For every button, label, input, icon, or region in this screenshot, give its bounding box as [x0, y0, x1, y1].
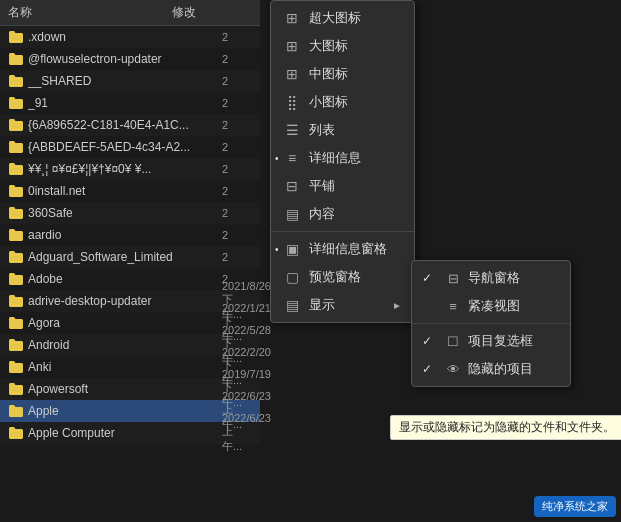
grid-small-icon: ⊞	[283, 65, 301, 83]
item-name: Apple Computer	[28, 426, 222, 440]
item-name: adrive-desktop-updater	[28, 294, 222, 308]
item-name: Apple	[28, 404, 222, 418]
list-item[interactable]: _91 2	[0, 92, 260, 114]
folder-icon	[8, 117, 24, 133]
nav-pane-icon: ⊟	[444, 269, 462, 287]
item-name: ¥¥¸¦ ¤¥¤£¥¦|¥†¥¤0¥ ¥...	[28, 162, 222, 176]
folder-icon	[8, 315, 24, 331]
menu-items-container: ⊞ 超大图标 ⊞ 大图标 ⊞ 中图标 ⣿ 小图标 ☰ 列表 ≡ 详细信息 ⊟ 平…	[271, 4, 414, 319]
list-item[interactable]: Apowersoft 2019/7/19 下午...	[0, 378, 260, 400]
list-item[interactable]: {ABBDEAEF-5AED-4c34-A2... 2	[0, 136, 260, 158]
context-menu[interactable]: ⊞ 超大图标 ⊞ 大图标 ⊞ 中图标 ⣿ 小图标 ☰ 列表 ≡ 详细信息 ⊟ 平…	[270, 0, 415, 323]
item-modified: 2022/6/23 上午...	[222, 412, 252, 454]
item-modified: 2	[222, 185, 252, 197]
menu-item-超大图标[interactable]: ⊞ 超大图标	[271, 4, 414, 32]
menu-item-小图标[interactable]: ⣿ 小图标	[271, 88, 414, 116]
submenu-label: 紧凑视图	[468, 297, 520, 315]
item-name: Anki	[28, 360, 222, 374]
item-modified: 2	[222, 207, 252, 219]
item-modified: 2	[222, 229, 252, 241]
hidden-icon: 👁	[444, 360, 462, 378]
list-item[interactable]: Adguard_Software_Limited 2	[0, 246, 260, 268]
item-name: Adobe	[28, 272, 222, 286]
list-item[interactable]: {6A896522-C181-40E4-A1C... 2	[0, 114, 260, 136]
list-item[interactable]: .xdown 2	[0, 26, 260, 48]
list-item[interactable]: adrive-desktop-updater 2021/8/26 下午...	[0, 290, 260, 312]
folder-icon	[8, 51, 24, 67]
list-item[interactable]: Apple 2022/6/23 上午...	[0, 400, 260, 422]
item-name: .xdown	[28, 30, 222, 44]
menu-item-预览窗格[interactable]: ▢ 预览窗格	[271, 263, 414, 291]
list-item[interactable]: __SHARED 2	[0, 70, 260, 92]
item-modified: 2	[222, 141, 252, 153]
menu-label: 预览窗格	[309, 268, 402, 286]
item-name: 0install.net	[28, 184, 222, 198]
menu-label: 小图标	[309, 93, 402, 111]
submenu-item-紧凑视图[interactable]: ≡ 紧凑视图	[412, 292, 570, 320]
watermark-badge: 纯净系统之家	[534, 496, 616, 517]
list-item[interactable]: Android 2022/5/28 下午...	[0, 334, 260, 356]
menu-item-大图标[interactable]: ⊞ 大图标	[271, 32, 414, 60]
submenu-item-项目复选框[interactable]: ✓ ☐ 项目复选框	[412, 327, 570, 355]
grid-tiny-icon: ⣿	[283, 93, 301, 111]
menu-item-详细信息[interactable]: ≡ 详细信息	[271, 144, 414, 172]
menu-label: 中图标	[309, 65, 402, 83]
submenu-item-隐藏的项目[interactable]: ✓ 👁 隐藏的项目	[412, 355, 570, 383]
submenu-label: 隐藏的项目	[468, 360, 533, 378]
menu-label: 详细信息窗格	[309, 240, 402, 258]
menu-label: 列表	[309, 121, 402, 139]
item-name: __SHARED	[28, 74, 222, 88]
list-item[interactable]: Anki 2022/2/20 下午...	[0, 356, 260, 378]
grid-medium-icon: ⊞	[283, 37, 301, 55]
header-name: 名称	[8, 4, 172, 21]
item-modified: 2	[222, 31, 252, 43]
item-name: {6A896522-C181-40E4-A1C...	[28, 118, 222, 132]
menu-item-列表[interactable]: ☰ 列表	[271, 116, 414, 144]
folder-icon	[8, 139, 24, 155]
check-icon: ✓	[422, 271, 438, 285]
menu-item-内容[interactable]: ▤ 内容	[271, 200, 414, 228]
submenu[interactable]: ✓ ⊟ 导航窗格 ≡ 紧凑视图 ✓ ☐ 项目复选框 ✓ 👁 隐藏的项目	[411, 260, 571, 387]
item-name: @flowuselectron-updater	[28, 52, 222, 66]
list-item[interactable]: @flowuselectron-updater 2	[0, 48, 260, 70]
pane-details-icon: ▣	[283, 240, 301, 258]
menu-label: 详细信息	[309, 149, 402, 167]
list-item[interactable]: Apple Computer 2022/6/23 上午...	[0, 422, 260, 444]
folder-icon	[8, 381, 24, 397]
list-item[interactable]: ¥¥¸¦ ¤¥¤£¥¦|¥†¥¤0¥ ¥... 2	[0, 158, 260, 180]
tooltip-text: 显示或隐藏标记为隐藏的文件和文件夹。	[399, 420, 615, 434]
list-item[interactable]: Agora 2022/1/21 下午...	[0, 312, 260, 334]
grid-large-icon: ⊞	[283, 9, 301, 27]
list-item[interactable]: 0install.net 2	[0, 180, 260, 202]
item-modified: 2	[222, 251, 252, 263]
folder-icon	[8, 425, 24, 441]
item-name: Apowersoft	[28, 382, 222, 396]
folder-icon	[8, 227, 24, 243]
menu-item-详细信息窗格[interactable]: ▣ 详细信息窗格	[271, 235, 414, 263]
item-modified: 2	[222, 163, 252, 175]
menu-item-显示[interactable]: ▤ 显示 ►	[271, 291, 414, 319]
submenu-label: 导航窗格	[468, 269, 520, 287]
folder-icon	[8, 271, 24, 287]
folder-icon	[8, 73, 24, 89]
folder-icon	[8, 183, 24, 199]
item-name: 360Safe	[28, 206, 222, 220]
header-modified: 修改	[172, 4, 252, 21]
item-modified: 2	[222, 97, 252, 109]
folder-icon	[8, 249, 24, 265]
compact-icon: ≡	[444, 297, 462, 315]
menu-item-平铺[interactable]: ⊟ 平铺	[271, 172, 414, 200]
list-item[interactable]: 360Safe 2	[0, 202, 260, 224]
folder-icon	[8, 205, 24, 221]
watermark-text: 纯净系统之家	[542, 500, 608, 512]
folder-icon	[8, 293, 24, 309]
menu-label: 大图标	[309, 37, 402, 55]
list-item[interactable]: aardio 2	[0, 224, 260, 246]
folder-icon	[8, 403, 24, 419]
checkbox-icon: ☐	[444, 332, 462, 350]
submenu-item-导航窗格[interactable]: ✓ ⊟ 导航窗格	[412, 264, 570, 292]
folder-icon	[8, 337, 24, 353]
list-item[interactable]: Adobe 2	[0, 268, 260, 290]
folder-icon	[8, 95, 24, 111]
menu-item-中图标[interactable]: ⊞ 中图标	[271, 60, 414, 88]
